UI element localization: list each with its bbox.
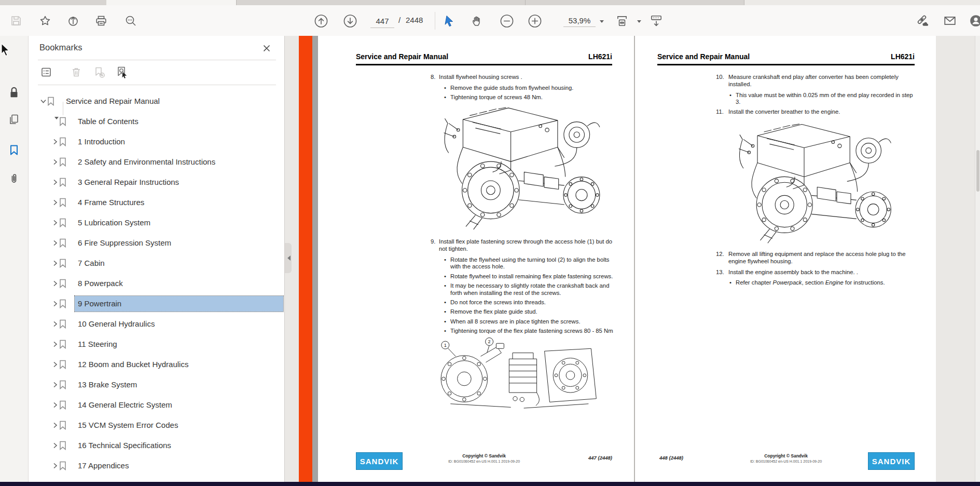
scrollbar-thumb[interactable] <box>976 150 979 192</box>
print-icon[interactable] <box>94 14 108 28</box>
bullet-marker: • <box>444 282 450 297</box>
chevron-right-icon[interactable] <box>51 179 59 185</box>
bookmark-item[interactable]: 16 Technical Specifications <box>29 435 284 455</box>
bookmark-icon <box>59 117 73 126</box>
bookmark-item[interactable]: Service and Repair Manual <box>29 91 284 111</box>
step-text: Remove all lifting equipment and replace… <box>728 251 915 265</box>
chevron-right-icon[interactable] <box>51 199 59 206</box>
bookmark-label: 11 Steering <box>78 340 117 348</box>
chevron-right-icon[interactable] <box>51 159 59 165</box>
zoom-in-icon[interactable] <box>528 14 542 28</box>
page-down-icon[interactable] <box>343 14 357 28</box>
add-bookmark-icon[interactable] <box>92 65 106 79</box>
vertical-scrollbar[interactable] <box>975 36 980 482</box>
procedure-step: 8.Install flywheel housing screws . <box>431 74 613 81</box>
chevron-right-icon[interactable] <box>51 139 59 145</box>
mouse-cursor-icon <box>0 43 11 60</box>
bookmark-item[interactable]: 2 Safety and Environmental Instructions <box>29 152 284 172</box>
bookmark-icon <box>59 238 73 248</box>
panel-title: Bookmarks <box>39 43 82 52</box>
bullet-text: Tightening torque of screws 48 Nm. <box>450 94 543 101</box>
bookmark-label: 17 Appendices <box>78 461 129 470</box>
zoom-level-field[interactable]: 53,9% <box>563 14 596 27</box>
bookmark-icon <box>59 360 73 369</box>
bookmark-item[interactable]: 4 Frame Structures <box>29 192 284 212</box>
bookmark-item[interactable]: Table of Contents <box>29 111 284 131</box>
lock-icon[interactable] <box>7 86 21 99</box>
panel-separator <box>38 60 276 60</box>
chevron-right-icon[interactable] <box>51 442 59 449</box>
pdf-page-left: Service and Repair Manual LH621i 8.Insta… <box>318 36 634 482</box>
chevron-right-icon[interactable] <box>51 463 59 469</box>
bookmark-label: 10 General Hydraulics <box>78 319 155 328</box>
chevron-right-icon[interactable] <box>51 402 59 408</box>
bookmark-item[interactable]: 14 General Electric System <box>29 395 284 415</box>
chevron-right-icon[interactable] <box>51 240 59 246</box>
bookmark-item[interactable]: 10 General Hydraulics <box>29 314 284 334</box>
bookmark-label-wrap: 11 Steering <box>75 336 122 352</box>
bookmark-item[interactable]: 3 General Repair Instructions <box>29 172 284 192</box>
bookmark-label: 7 Cabin <box>78 259 105 267</box>
bookmark-item[interactable]: 1 Introduction <box>29 131 284 152</box>
share-upload-icon[interactable] <box>66 14 80 28</box>
bookmark-label-wrap: 1 Introduction <box>75 134 130 150</box>
bookmark-item[interactable]: 8 Powerpack <box>29 273 284 293</box>
tab-separator <box>525 0 526 5</box>
chevron-right-icon[interactable] <box>51 341 59 347</box>
zoom-dropdown-caret[interactable] <box>600 20 604 25</box>
bookmark-item[interactable]: 13 Brake System <box>29 374 284 395</box>
save-icon[interactable] <box>9 14 23 28</box>
bookmark-item[interactable]: 9 Powertrain <box>29 293 284 314</box>
goto-bookmark-icon[interactable] <box>115 65 129 79</box>
star-icon[interactable] <box>38 14 52 28</box>
bookmark-label-wrap: 10 General Hydraulics <box>75 316 160 332</box>
bookmark-item[interactable]: 17 Appendices <box>29 455 284 476</box>
chevron-down-icon[interactable] <box>39 98 47 104</box>
share-link-icon[interactable] <box>915 14 929 28</box>
procedure-bullet: •When all 8 screws are in place tighten … <box>431 318 613 326</box>
chevron-right-icon[interactable] <box>51 422 59 428</box>
bookmark-label-wrap: 2 Safety and Environmental Instructions <box>75 154 220 170</box>
page-up-icon[interactable] <box>314 14 328 28</box>
page-header-model: LH621i <box>588 52 612 61</box>
procedure-step: 13.Install the engine assembly back to t… <box>716 269 915 276</box>
chevron-right-icon[interactable] <box>51 301 59 307</box>
chevron-right-icon[interactable] <box>51 280 59 287</box>
close-icon[interactable] <box>261 43 272 54</box>
bookmark-label-wrap: 12 Boom and Bucket Hydraulics <box>75 357 194 372</box>
fit-width-icon[interactable] <box>615 14 629 28</box>
sidebar-collapse-handle[interactable] <box>285 243 292 273</box>
bookmark-item[interactable]: 6 Fire Suppression System <box>29 233 284 253</box>
search-icon[interactable] <box>124 14 137 28</box>
step-text: Measure crankshaft end play after conver… <box>728 74 915 88</box>
attachments-icon[interactable] <box>7 172 21 185</box>
chevron-right-icon[interactable] <box>51 220 59 226</box>
toolbar-collapse-icon[interactable] <box>650 14 663 28</box>
trash-icon[interactable] <box>69 65 84 79</box>
bullet-marker: • <box>444 94 450 101</box>
bookmark-item[interactable]: 7 Cabin <box>29 253 284 273</box>
bookmark-item[interactable]: 15 VCM System Error Codes <box>29 415 284 435</box>
select-tool-icon[interactable] <box>442 14 456 28</box>
fit-dropdown-caret[interactable] <box>637 20 641 25</box>
zoom-out-icon[interactable] <box>500 14 514 28</box>
options-icon[interactable] <box>39 65 53 79</box>
bookmark-item[interactable]: 5 Lubrication System <box>29 212 284 233</box>
chevron-right-icon[interactable] <box>51 260 59 266</box>
account-icon[interactable] <box>969 14 980 28</box>
bullet-text: Rotate flywheel to install remaining fle… <box>450 273 613 280</box>
active-document-tab[interactable] <box>106 0 236 5</box>
page-number-input[interactable] <box>370 14 394 28</box>
page-header: Service and Repair Manual LH621i <box>657 52 915 61</box>
chevron-right-icon[interactable] <box>51 361 59 368</box>
chevron-right-icon[interactable] <box>51 382 59 388</box>
hand-tool-icon[interactable] <box>470 14 484 28</box>
bookmark-item[interactable]: 11 Steering <box>29 334 284 354</box>
bookmark-item[interactable]: 12 Boom and Bucket Hydraulics <box>29 354 284 374</box>
pages-icon[interactable] <box>7 113 21 126</box>
page-reference: 447 (2448) <box>588 455 612 461</box>
bookmarks-icon[interactable] <box>7 143 21 157</box>
sandvik-logo: SANDVIK <box>868 452 915 470</box>
email-icon[interactable] <box>943 14 957 28</box>
chevron-right-icon[interactable] <box>51 321 59 327</box>
